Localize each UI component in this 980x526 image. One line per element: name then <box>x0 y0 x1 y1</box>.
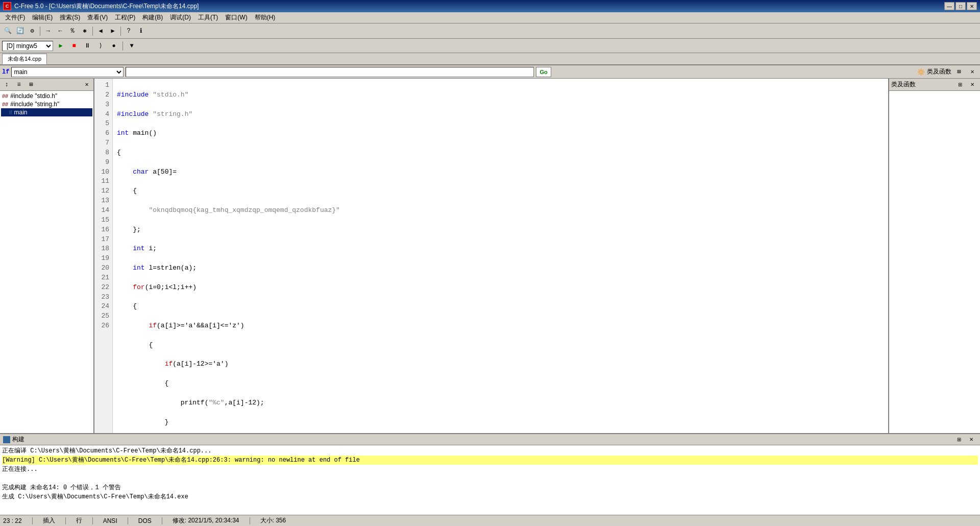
status-modified: 修改: 2021/1/5, 20:34:34 <box>173 516 239 525</box>
tree-item-stdio-label: #include "stdio.h" <box>10 92 57 100</box>
function-select[interactable]: main <box>11 67 124 77</box>
status-div1 <box>32 517 33 524</box>
class-func-label: 类及函数 <box>927 67 951 76</box>
tree-item-stdio-icon: ## <box>2 93 8 99</box>
right-panel-content <box>889 91 980 433</box>
menu-edit[interactable]: 编辑(E) <box>29 12 56 23</box>
tree-view-button[interactable]: ≡ <box>13 79 24 90</box>
func-bar-prefix: lf <box>2 68 9 76</box>
func-bar-right: 🔆 类及函数 ⊞ ✕ <box>917 66 978 78</box>
file-tree-toolbar: ↕ ≡ ⊞ ✕ <box>0 79 93 91</box>
right-panel-header: 类及函数 ⊞ ✕ <box>889 79 980 91</box>
uncomment-button[interactable]: ✱ <box>79 26 90 37</box>
minimize-button[interactable]: — <box>944 2 954 10</box>
right-panel-title: 类及函数 <box>891 80 916 89</box>
build-line-warning: [Warning] C:\Users\黄楠\Documents\C-Free\T… <box>2 456 978 465</box>
line-numbers: 12345 678910 1112131415 1617181920 21222… <box>94 79 113 433</box>
class-panel-toggle[interactable]: ⊞ <box>953 66 965 78</box>
status-div4 <box>128 517 128 524</box>
status-div3 <box>92 517 93 524</box>
stop-button[interactable]: ■ <box>68 40 80 52</box>
menu-bar: 文件(F) 编辑(E) 搜索(S) 查看(V) 工程(P) 构建(B) 调试(D… <box>0 12 980 23</box>
build-icon <box>3 436 10 443</box>
status-div6 <box>250 517 250 524</box>
tree-sort-button[interactable]: ↕ <box>1 79 12 90</box>
help-button[interactable]: ? <box>123 26 134 37</box>
build-line-3 <box>2 474 978 483</box>
toolbar-sep2 <box>92 27 93 36</box>
tree-close-button[interactable]: ✕ <box>81 79 92 90</box>
tree-item-main-icon: lf <box>9 109 12 115</box>
menu-help[interactable]: 帮助(H) <box>252 12 279 23</box>
pause-button[interactable]: ⏸ <box>82 40 93 52</box>
tree-list-button[interactable]: ⊞ <box>26 79 37 90</box>
more-button[interactable]: ▼ <box>126 40 137 52</box>
info-button[interactable]: ℹ <box>135 26 146 37</box>
tree-item-main-label: main <box>14 109 28 116</box>
build-panel-close[interactable]: ✕ <box>966 434 977 445</box>
comment-button[interactable]: % <box>67 26 78 37</box>
menu-view[interactable]: 查看(V) <box>84 12 111 23</box>
title-bar: C C-Free 5.0 - [C:\Users\黄楠\Documents\C-… <box>0 0 980 12</box>
build-panel-title: 构建 <box>12 435 24 444</box>
unindent-button[interactable]: ← <box>55 26 66 37</box>
right-panel-pin[interactable]: ⊞ <box>954 79 966 90</box>
replace-button[interactable]: 🔄 <box>14 26 26 37</box>
tab-file[interactable]: 未命名14.cpp <box>2 54 47 64</box>
menu-build[interactable]: 构建(B) <box>139 12 166 23</box>
class-panel-close[interactable]: ✕ <box>967 66 978 78</box>
menu-tools[interactable]: 工具(T) <box>195 12 221 23</box>
title-bar-left: C C-Free 5.0 - [C:\Users\黄楠\Documents\C-… <box>3 2 199 11</box>
tree-item-string[interactable]: ## #include "string.h" <box>1 100 92 108</box>
menu-search[interactable]: 搜索(S) <box>57 12 83 23</box>
code-content[interactable]: #include "stdio.h" #include "string.h" i… <box>113 79 888 433</box>
run-button[interactable]: ▶ <box>55 40 66 52</box>
status-size: 大小: 356 <box>260 516 286 525</box>
status-line-label: 行 <box>76 516 82 525</box>
breakpoint-button[interactable]: ● <box>108 40 119 52</box>
tree-item-stdio[interactable]: ## #include "stdio.h" <box>1 92 92 100</box>
toolbar-sep1 <box>40 27 40 36</box>
code-editor: 12345 678910 1112131415 1617181920 21222… <box>94 79 888 433</box>
maximize-button[interactable]: □ <box>955 2 966 10</box>
title-bar-buttons: — □ ✕ <box>944 2 977 10</box>
menu-debug[interactable]: 调试(D) <box>167 12 194 23</box>
tree-item-main[interactable]: lf main <box>1 108 92 116</box>
build-line-2: 正在连接... <box>2 465 978 474</box>
menu-window[interactable]: 窗口(W) <box>222 12 250 23</box>
tree-item-string-label: #include "string.h" <box>10 101 59 108</box>
findall-button[interactable]: ⚙ <box>27 26 38 37</box>
app-icon: C <box>3 2 11 10</box>
tree-item-string-icon: ## <box>2 101 8 107</box>
title-text: C-Free 5.0 - [C:\Users\黄楠\Documents\C-Fr… <box>14 2 199 11</box>
status-div2 <box>65 517 66 524</box>
build-line-4: 完成构建 未命名14: 0 个错误，1 个警告 <box>2 483 978 492</box>
status-mode: 插入 <box>43 516 55 525</box>
toolbar-sep3 <box>120 27 121 36</box>
find-button[interactable]: 🔍 <box>2 26 13 37</box>
class-panel-label: 🔆 <box>917 68 925 76</box>
file-tree-panel: ↕ ≡ ⊞ ✕ ## #include "stdio.h" ## #includ… <box>0 79 94 433</box>
prev-bookmark[interactable]: ◀ <box>95 26 106 37</box>
menu-file[interactable]: 文件(F) <box>2 12 28 23</box>
toolbar-compiler: [D] mingw5 ▶ ■ ⏸ ⟩ ● ▼ <box>0 39 980 53</box>
indent-button[interactable]: → <box>42 26 54 37</box>
bottom-panel-header: 构建 ⊞ ✕ <box>0 434 980 445</box>
step-button[interactable]: ⟩ <box>95 40 106 52</box>
tab-bar: 未命名14.cpp <box>0 53 980 65</box>
function-search-input[interactable] <box>126 67 534 77</box>
code-area: 12345 678910 1112131415 1617181920 21222… <box>94 79 888 433</box>
status-encoding: ANSI <box>103 517 117 524</box>
bottom-panel: 构建 ⊞ ✕ 正在编译 C:\Users\黄楠\Documents\C-Free… <box>0 433 980 515</box>
build-panel-pin[interactable]: ⊞ <box>953 434 965 445</box>
status-position: 23 : 22 <box>3 517 22 524</box>
toolbar-search: 🔍 🔄 ⚙ → ← % ✱ ◀ ▶ ? ℹ <box>0 23 980 39</box>
compiler-select[interactable]: [D] mingw5 <box>2 41 53 51</box>
menu-project[interactable]: 工程(P) <box>112 12 138 23</box>
right-panel-close[interactable]: ✕ <box>967 79 978 90</box>
next-bookmark[interactable]: ▶ <box>107 26 118 37</box>
go-button[interactable]: Go <box>536 67 551 77</box>
close-button[interactable]: ✕ <box>967 2 977 10</box>
status-div5 <box>162 517 162 524</box>
build-output: 正在编译 C:\Users\黄楠\Documents\C-Free\Temp\未… <box>0 445 980 515</box>
